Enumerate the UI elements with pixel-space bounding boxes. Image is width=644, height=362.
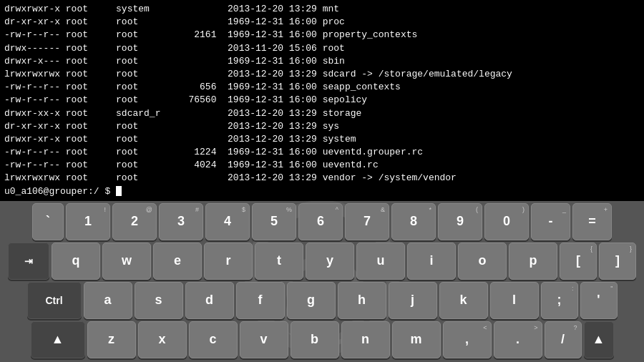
key-comma[interactable]: ,< <box>443 321 492 358</box>
key-label-a: a <box>104 293 111 308</box>
key-e[interactable]: e <box>153 243 202 280</box>
key-label-tab: ⇥ <box>24 255 33 267</box>
key-label-slash: / <box>561 332 565 347</box>
key-s[interactable]: s <box>135 282 183 319</box>
key-7[interactable]: 7& <box>345 203 389 240</box>
key-tab[interactable]: ⇥ <box>8 243 49 280</box>
key-label-period: . <box>516 332 519 347</box>
key-sub-9: ( <box>476 206 478 213</box>
key-sub-equals: + <box>604 206 608 213</box>
key-g[interactable]: g <box>287 282 336 319</box>
key-y[interactable]: y <box>306 243 354 280</box>
key-t[interactable]: t <box>255 243 303 280</box>
key-v[interactable]: v <box>240 321 288 358</box>
key-minus[interactable]: -_ <box>531 203 570 240</box>
key-3[interactable]: 3# <box>159 203 203 240</box>
key-label-h: h <box>358 293 366 308</box>
key-sub-1: ! <box>104 206 106 213</box>
key-label-e: e <box>174 253 181 268</box>
keyboard-row-4: ▲zxcvbnm,<.>/?▲ <box>1 321 643 358</box>
key-backtick[interactable]: ` <box>32 203 64 240</box>
key-d[interactable]: d <box>185 282 234 319</box>
keyboard-row-1: `1!2@3#4$5%6^7&8*9(0)-_=+ <box>1 203 643 240</box>
key-label-k: k <box>459 293 467 308</box>
key-w[interactable]: w <box>102 243 151 280</box>
key-label-4: 4 <box>224 214 231 229</box>
key-label-shift: ▲ <box>52 332 64 347</box>
key-b[interactable]: b <box>291 321 339 358</box>
key-label-quote: ' <box>597 293 600 308</box>
key-label-rbracket: ] <box>615 253 620 268</box>
key-equals[interactable]: =+ <box>572 203 612 240</box>
key-x[interactable]: x <box>138 321 187 358</box>
key-sub-minus: _ <box>562 206 566 213</box>
key-label-u: u <box>377 253 385 268</box>
key-label-f: f <box>258 293 263 308</box>
key-semicolon[interactable]: ;: <box>541 282 578 319</box>
key-label-r: r <box>225 253 230 268</box>
key-5[interactable]: 5% <box>252 203 296 240</box>
key-r[interactable]: r <box>204 243 253 280</box>
key-label-l: l <box>512 293 516 308</box>
key-sub-5: % <box>286 206 292 213</box>
keyboard: `1!2@3#4$5%6^7&8*9(0)-_=+ ⇥qwertyuiop[{]… <box>0 201 644 362</box>
key-z[interactable]: z <box>87 321 136 358</box>
key-sub-0: ) <box>522 206 525 213</box>
key-period[interactable]: .> <box>494 321 542 358</box>
key-slash[interactable]: /? <box>545 321 582 358</box>
key-label-o: o <box>479 253 487 268</box>
key-lbracket[interactable]: [{ <box>560 243 597 280</box>
key-label-p: p <box>530 253 537 268</box>
key-m[interactable]: m <box>392 321 441 358</box>
key-label-1: 1 <box>84 214 92 229</box>
key-label-3: 3 <box>177 214 185 229</box>
key-h[interactable]: h <box>338 282 386 319</box>
key-label-q: q <box>72 253 80 268</box>
key-q[interactable]: q <box>52 243 100 280</box>
key-1[interactable]: 1! <box>66 203 110 240</box>
key-i[interactable]: i <box>407 243 456 280</box>
key-rbracket[interactable]: ]} <box>599 243 636 280</box>
key-label-5: 5 <box>270 214 278 229</box>
key-0[interactable]: 0) <box>484 203 529 240</box>
keyboard-row-3: Ctrlasdfghjkl;:'" <box>1 282 643 319</box>
key-a[interactable]: a <box>84 282 132 319</box>
key-label-0: 0 <box>503 214 510 229</box>
key-sub-quote: " <box>610 285 613 292</box>
key-sub-rbracket: } <box>630 245 632 253</box>
key-sub-lbracket: { <box>590 245 592 253</box>
key-shift[interactable]: ▲ <box>31 321 85 358</box>
key-label-z: z <box>108 332 114 347</box>
key-label-backtick: ` <box>46 214 50 229</box>
key-j[interactable]: j <box>389 282 437 319</box>
key-label-shift-right: ▲ <box>592 332 605 347</box>
key-label-9: 9 <box>457 214 464 229</box>
key-f[interactable]: f <box>236 282 285 319</box>
key-l[interactable]: l <box>490 282 539 319</box>
key-label-semicolon: ; <box>557 293 562 308</box>
key-label-comma: , <box>465 332 469 347</box>
key-6[interactable]: 6^ <box>298 203 343 240</box>
key-label-g: g <box>307 293 315 308</box>
key-8[interactable]: 8* <box>391 203 436 240</box>
key-sub-2: @ <box>146 206 152 213</box>
key-c[interactable]: c <box>189 321 238 358</box>
key-p[interactable]: p <box>509 243 557 280</box>
key-2[interactable]: 2@ <box>112 203 157 240</box>
key-u[interactable]: u <box>356 243 405 280</box>
key-k[interactable]: k <box>439 282 488 319</box>
key-sub-period: > <box>534 324 537 331</box>
key-n[interactable]: n <box>341 321 390 358</box>
key-label-7: 7 <box>364 214 371 229</box>
key-4[interactable]: 4$ <box>205 203 250 240</box>
key-sub-semicolon: : <box>572 285 574 292</box>
key-ctrl[interactable]: Ctrl <box>27 282 82 319</box>
key-quote[interactable]: '" <box>580 282 618 319</box>
key-label-i: i <box>429 253 433 268</box>
key-sub-6: ^ <box>336 206 338 213</box>
keyboard-row-2: ⇥qwertyuiop[{]} <box>1 243 643 280</box>
key-9[interactable]: 9( <box>438 203 482 240</box>
key-sub-4: $ <box>242 206 245 213</box>
key-o[interactable]: o <box>458 243 507 280</box>
key-shift-right[interactable]: ▲ <box>584 321 614 358</box>
